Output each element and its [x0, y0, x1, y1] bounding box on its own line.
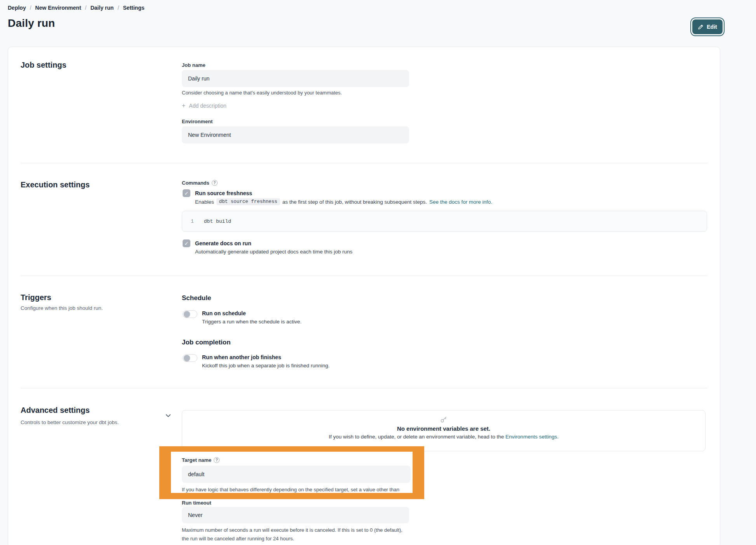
toggle-knob: [184, 311, 190, 317]
run-on-schedule-toggle[interactable]: [183, 310, 197, 318]
freshness-desc-suffix: as the first step of this job, without b…: [282, 199, 427, 205]
help-icon[interactable]: ?: [212, 180, 218, 186]
breadcrumb-separator: /: [118, 5, 119, 11]
run-timeout-label: Run timeout: [182, 500, 211, 506]
section-divider: [21, 388, 707, 388]
run-source-freshness-desc: Enables dbt source freshness as the firs…: [195, 198, 492, 205]
docs-link[interactable]: See the docs for more info.: [429, 199, 492, 205]
breadcrumb: Deploy / New Environment / Daily run / S…: [8, 5, 145, 11]
code-line-number: 1: [191, 218, 194, 224]
code-text: dbt build: [204, 218, 231, 224]
commands-label-row: Commands ?: [182, 180, 218, 186]
run-when-job-finishes-toggle[interactable]: [183, 354, 197, 362]
environments-settings-link[interactable]: Environments settings: [505, 434, 557, 440]
triggers-subheading: Configure when this job should run.: [21, 305, 103, 311]
run-when-job-finishes-label: Run when another job finishes: [202, 354, 281, 360]
pencil-icon: [698, 24, 704, 30]
advanced-settings-subheading: Controls to better customize your dbt jo…: [21, 419, 119, 425]
triggers-heading: Triggers: [21, 293, 51, 302]
target-name-label-row: Target name ?: [182, 457, 219, 463]
edit-button[interactable]: Edit: [692, 19, 723, 34]
env-vars-desc-suffix: .: [557, 434, 559, 440]
section-divider: [21, 276, 707, 276]
code-chip: dbt source freshness: [216, 198, 280, 205]
environment-label: Environment: [182, 119, 213, 124]
add-description-button[interactable]: + Add description: [182, 103, 226, 109]
target-name-label: Target name: [182, 457, 211, 463]
help-icon[interactable]: ?: [214, 457, 219, 463]
breadcrumb-environment[interactable]: New Environment: [35, 5, 81, 11]
breadcrumb-separator: /: [85, 5, 87, 11]
env-vars-title: No environment variables are set.: [397, 425, 490, 432]
breadcrumb-separator: /: [30, 5, 31, 11]
job-name-helper: Consider choosing a name that's easily u…: [182, 90, 342, 96]
page-title: Daily run: [8, 17, 55, 30]
env-vars-desc-prefix: If you wish to define, update, or delete…: [329, 434, 504, 440]
generate-docs-checkbox[interactable]: ✓: [183, 239, 190, 247]
advanced-settings-heading: Advanced settings: [21, 406, 90, 415]
plus-icon: +: [182, 103, 185, 109]
edit-button-label: Edit: [707, 24, 717, 30]
breadcrumb-deploy[interactable]: Deploy: [8, 5, 26, 11]
target-name-helper-line1: If you have logic that behaves different…: [182, 487, 399, 493]
run-source-freshness-checkbox[interactable]: ✓: [183, 189, 190, 197]
run-source-freshness-label: Run source freshness: [195, 190, 252, 196]
job-settings-heading: Job settings: [21, 61, 66, 70]
run-timeout-helper-line2: the run will be canceled after running f…: [182, 536, 294, 542]
target-name-input[interactable]: [182, 466, 411, 483]
commands-code-editor[interactable]: 1 dbt build: [182, 211, 707, 232]
job-name-label: Job name: [182, 62, 206, 68]
execution-settings-heading: Execution settings: [21, 180, 90, 189]
target-name-helper-line2: default.: [182, 494, 199, 500]
collapse-section-button[interactable]: [165, 412, 172, 421]
check-icon: ✓: [185, 241, 189, 246]
freshness-desc-prefix: Enables: [195, 199, 214, 205]
run-on-schedule-label: Run on schedule: [202, 310, 246, 316]
add-description-label: Add description: [189, 103, 226, 109]
run-timeout-helper-line1: Maximum number of seconds a run will exe…: [182, 527, 402, 533]
chevron-down-icon: [165, 412, 172, 419]
generate-docs-desc: Automatically generate updated project d…: [195, 249, 352, 255]
section-divider: [21, 163, 707, 163]
check-icon: ✓: [185, 190, 189, 196]
job-completion-heading: Job completion: [182, 339, 231, 346]
run-when-job-finishes-desc: Kickoff this job when a separate job is …: [202, 363, 329, 369]
run-on-schedule-desc: Triggers a run when the schedule is acti…: [202, 319, 301, 325]
page: Deploy / New Environment / Daily run / S…: [0, 0, 756, 545]
job-name-input[interactable]: [182, 70, 409, 87]
commands-label: Commands: [182, 180, 209, 186]
schedule-heading: Schedule: [182, 294, 211, 302]
env-vars-desc: If you wish to define, update, or delete…: [329, 434, 558, 440]
env-vars-empty-state: No environment variables are set. If you…: [182, 410, 705, 451]
environment-input[interactable]: [182, 126, 409, 143]
run-timeout-input[interactable]: [182, 507, 409, 523]
breadcrumb-job[interactable]: Daily run: [91, 5, 114, 11]
key-icon: [440, 416, 448, 423]
breadcrumb-settings: Settings: [123, 5, 145, 11]
generate-docs-label: Generate docs on run: [195, 240, 251, 246]
toggle-knob: [184, 355, 190, 361]
